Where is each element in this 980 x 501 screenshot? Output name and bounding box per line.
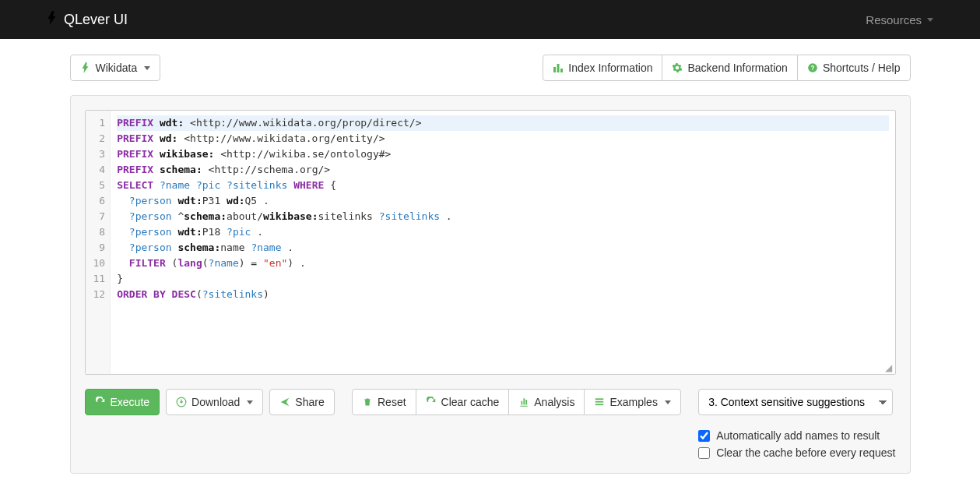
editor-panel: 123456789101112 PREFIX wdt: <http://www.…	[70, 95, 911, 474]
examples-button[interactable]: Examples	[584, 389, 680, 415]
help-icon: ?	[807, 62, 818, 73]
refresh-icon	[95, 397, 106, 408]
share-button[interactable]: Share	[269, 389, 334, 415]
chevron-down-icon	[927, 18, 933, 22]
svg-rect-8	[595, 404, 604, 406]
gear-icon	[672, 62, 683, 73]
nav-resources[interactable]: Resources	[866, 13, 933, 26]
shortcuts-help-button[interactable]: ? Shortcuts / Help	[797, 55, 911, 81]
toolbar-top: Wikidata Index Information Backend Infor…	[70, 55, 911, 81]
bolt-icon	[80, 62, 91, 73]
resize-handle[interactable]: ◢	[885, 363, 892, 372]
share-icon	[279, 397, 290, 408]
analysis-button[interactable]: Analysis	[508, 389, 585, 415]
navbar: QLever UI Resources	[0, 0, 980, 39]
clear-cache-button[interactable]: Clear cache	[416, 389, 510, 415]
chevron-down-icon	[665, 400, 671, 404]
dataset-dropdown[interactable]: Wikidata	[70, 55, 161, 81]
line-gutter: 123456789101112	[86, 111, 111, 374]
svg-rect-1	[557, 64, 560, 72]
bar-chart-icon	[553, 62, 564, 73]
backend-information-button[interactable]: Backend Information	[662, 55, 797, 81]
refresh-icon	[426, 397, 437, 408]
auto-names-checkbox[interactable]	[698, 430, 710, 442]
index-information-button[interactable]: Index Information	[543, 55, 662, 81]
code-editor[interactable]: 123456789101112 PREFIX wdt: <http://www.…	[85, 110, 896, 375]
clear-before-checkbox-label[interactable]: Clear the cache before every request	[698, 446, 895, 459]
action-bar: Execute Download Share	[85, 389, 896, 459]
bolt-icon	[47, 11, 58, 29]
reset-button[interactable]: Reset	[352, 389, 416, 415]
brand-text: QLever UI	[64, 12, 128, 28]
download-button[interactable]: Download	[166, 389, 263, 415]
svg-rect-6	[595, 399, 604, 400]
svg-text:?: ?	[810, 65, 814, 72]
info-buttons: Index Information Backend Information ? …	[543, 55, 910, 81]
auto-names-checkbox-label[interactable]: Automatically add names to result	[698, 429, 895, 442]
analysis-icon	[518, 397, 529, 408]
execute-button[interactable]: Execute	[85, 389, 160, 415]
nav-right: Resources	[866, 13, 933, 26]
brand[interactable]: QLever UI	[47, 11, 128, 29]
suggestions-select[interactable]: 3. Context sensitive suggestions	[698, 389, 893, 415]
chevron-down-icon	[247, 400, 253, 404]
svg-rect-0	[553, 67, 556, 72]
trash-icon	[362, 397, 373, 408]
chevron-down-icon	[144, 66, 150, 70]
list-icon	[594, 397, 605, 408]
svg-rect-7	[595, 401, 604, 403]
svg-rect-2	[560, 69, 563, 72]
code-area[interactable]: PREFIX wdt: <http://www.wikidata.org/pro…	[111, 111, 894, 374]
download-icon	[176, 397, 187, 408]
clear-before-checkbox[interactable]	[698, 447, 710, 459]
dataset-label: Wikidata	[96, 61, 138, 75]
